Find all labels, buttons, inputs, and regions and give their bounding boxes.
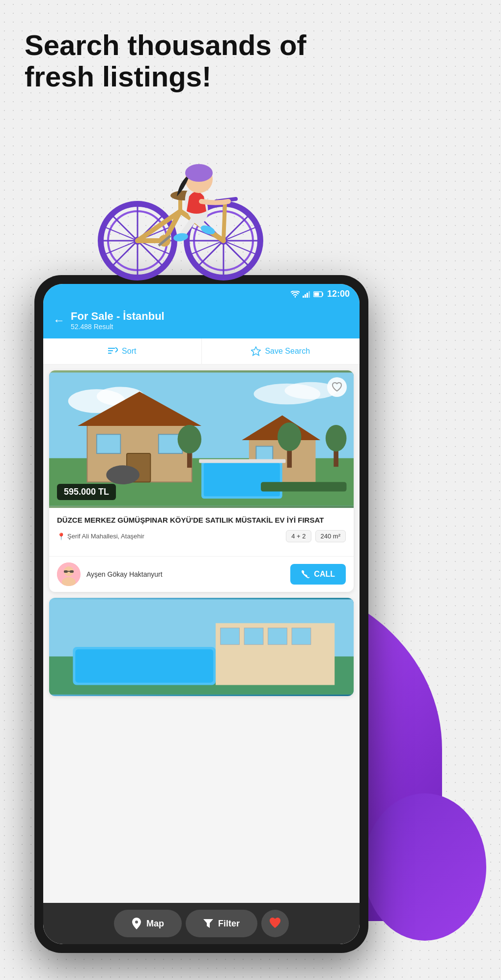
svg-rect-36 (305, 294, 306, 298)
svg-point-63 (178, 425, 201, 453)
rooms-spec: 4 + 2 (286, 530, 311, 542)
map-icon (132, 918, 141, 929)
map-label: Map (146, 919, 164, 929)
phone-icon (301, 570, 310, 579)
search-result-info: For Sale - İstanbul 52.488 Result (71, 310, 350, 331)
location-icon: 📍 (57, 532, 65, 540)
agent-info: Ayşen Gökay Haktanyurt (57, 562, 163, 586)
phone-screen: 12:00 ← For Sale - İstanbul 52.488 Resul… (43, 284, 360, 944)
listing-specs: 4 + 2 240 m² (286, 530, 346, 542)
listing-image: 595.000 TL (49, 370, 354, 508)
listing-card-primary: 595.000 TL DÜZCE MERKEZ GÜMÜŞPINAR KÖYÜ'… (49, 370, 354, 592)
save-search-label: Save Search (265, 347, 310, 356)
svg-rect-40 (314, 292, 319, 296)
svg-rect-35 (303, 296, 304, 298)
filter-button[interactable]: Filter (186, 910, 257, 937)
listing-location-row: 📍 Şerif Ali Mahallesi, Ataşehir 4 + 2 24… (57, 530, 346, 542)
svg-rect-68 (261, 482, 346, 491)
svg-rect-79 (75, 649, 213, 683)
call-button[interactable]: CALL (290, 564, 346, 585)
hero-title-line2: fresh listings! (25, 61, 306, 92)
heart-nav-button[interactable] (261, 910, 289, 937)
listings-area: 595.000 TL DÜZCE MERKEZ GÜMÜŞPINAR KÖYÜ'… (43, 364, 360, 903)
svg-rect-82 (244, 628, 263, 644)
save-search-button[interactable]: Save Search (202, 338, 360, 364)
svg-rect-74 (70, 570, 74, 573)
star-icon (251, 346, 261, 356)
wifi-icon (291, 291, 300, 298)
status-time: 12:00 (327, 289, 350, 299)
svg-point-65 (278, 422, 301, 451)
hero-title: Search thousands of fresh listings! (25, 29, 306, 92)
svg-marker-44 (251, 347, 261, 356)
signal-icon (303, 291, 310, 298)
battery-icon (313, 291, 324, 297)
svg-rect-73 (64, 570, 68, 573)
call-label: CALL (314, 570, 335, 579)
listing-details: DÜZCE MERKEZ GÜMÜŞPINAR KÖYÜ'DE SATILIK … (49, 508, 354, 556)
listing-image-2 (49, 598, 354, 696)
bike-illustration (88, 133, 265, 290)
phone-frame: 12:00 ← For Sale - İstanbul 52.488 Resul… (34, 275, 368, 953)
search-title: For Sale - İstanbul (71, 310, 350, 323)
svg-rect-53 (97, 434, 120, 453)
svg-point-67 (326, 425, 347, 451)
agent-photo (57, 562, 81, 586)
sort-icon (108, 347, 118, 355)
bottom-navigation: Map Filter (43, 903, 360, 944)
listing-2-image-svg (49, 598, 354, 696)
svg-rect-61 (199, 459, 285, 463)
listing-location-text: 📍 Şerif Ali Mahallesi, Ataşehir (57, 532, 144, 540)
heart-icon (332, 382, 342, 392)
purple-blob-secondary (363, 793, 486, 941)
filter-sort-bar: Sort Save Search (43, 338, 360, 364)
favorite-button[interactable] (327, 377, 347, 397)
sort-button[interactable]: Sort (43, 338, 202, 364)
svg-point-85 (135, 921, 138, 924)
listing-card-secondary (49, 598, 354, 696)
hero-title-line1: Search thousands of (25, 29, 306, 61)
heart-nav-icon (269, 918, 281, 929)
svg-rect-37 (306, 293, 308, 298)
listing-title: DÜZCE MERKEZ GÜMÜŞPINAR KÖYÜ'DE SATILIK … (57, 515, 346, 525)
svg-rect-58 (256, 447, 273, 461)
status-icons: 12:00 (291, 289, 350, 299)
svg-marker-86 (203, 919, 213, 928)
map-button[interactable]: Map (114, 910, 182, 937)
agent-avatar (57, 562, 81, 586)
back-button[interactable]: ← (53, 313, 65, 327)
area-spec: 240 m² (315, 530, 346, 542)
svg-point-30 (185, 164, 213, 182)
agent-name: Ayşen Gökay Haktanyurt (86, 570, 163, 578)
svg-line-24 (223, 204, 225, 241)
price-badge: 595.000 TL (57, 484, 116, 500)
svg-rect-38 (308, 291, 310, 298)
sort-label: Sort (122, 347, 136, 356)
svg-point-69 (106, 465, 139, 484)
top-navigation-bar: ← For Sale - İstanbul 52.488 Result (43, 304, 360, 338)
agent-contact-row: Ayşen Gökay Haktanyurt CALL (49, 556, 354, 592)
filter-label: Filter (218, 919, 240, 929)
result-count: 52.488 Result (71, 323, 350, 331)
svg-rect-81 (221, 628, 240, 644)
svg-rect-84 (292, 628, 311, 644)
svg-rect-83 (268, 628, 287, 644)
filter-icon (203, 919, 213, 928)
location-name: Şerif Ali Mahallesi, Ataşehir (67, 532, 144, 540)
